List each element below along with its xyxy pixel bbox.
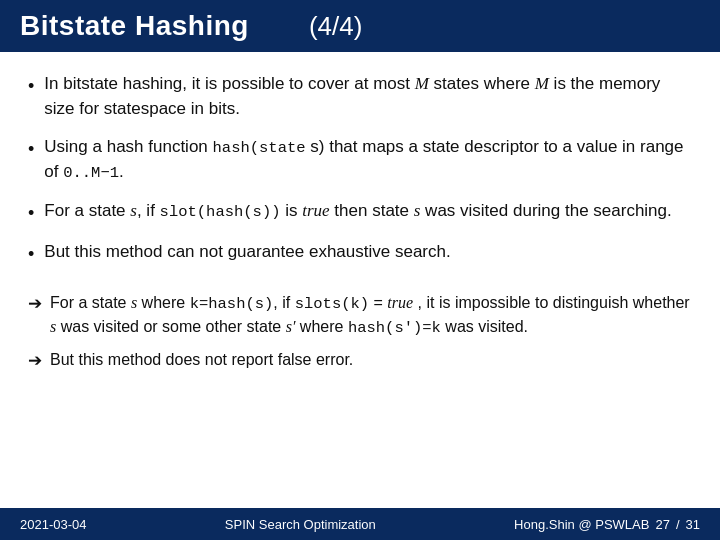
list-item: But this method can not guarantee exhaus… [28,240,692,267]
list-item: For a state s, if slot(hash(s)) is true … [28,199,692,226]
slide-header: Bitstate Hashing (4/4) [0,0,720,52]
list-item: Using a hash function hash(state s) that… [28,135,692,184]
footer-page-current: 27 [655,517,669,532]
list-item: In bitstate hashing, it is possible to c… [28,72,692,121]
footer-right: Hong.Shin @ PSWLAB 27 / 31 [514,517,700,532]
footer-page-total: 31 [686,517,700,532]
arrow-text-2: But this method does not report false er… [50,348,692,371]
footer-lab: Hong.Shin @ PSWLAB [514,517,649,532]
arrow-text-1: For a state s where k=hash(s), if slots(… [50,291,692,340]
bullet-text-4: But this method can not guarantee exhaus… [44,240,450,265]
footer-date: 2021-03-04 [20,517,87,532]
bullet-text-3: For a state s, if slot(hash(s)) is true … [44,199,671,224]
slide-content: In bitstate hashing, it is possible to c… [0,52,720,508]
arrow-block-2: ➔ But this method does not report false … [28,348,692,374]
slide-number: (4/4) [309,11,362,42]
arrow-block-1: ➔ For a state s where k=hash(s), if slot… [28,291,692,340]
bullet-text-2: Using a hash function hash(state s) that… [44,135,692,184]
arrow-icon-2: ➔ [28,349,42,374]
bullet-text-1: In bitstate hashing, it is possible to c… [44,72,692,121]
footer-center-text: SPIN Search Optimization [225,517,376,532]
slide-title: Bitstate Hashing [20,10,249,42]
arrow-icon-1: ➔ [28,292,42,317]
footer-page-separator: / [676,517,680,532]
slide-footer: 2021-03-04 SPIN Search Optimization Hong… [0,508,720,540]
bullet-list: In bitstate hashing, it is possible to c… [28,72,692,281]
